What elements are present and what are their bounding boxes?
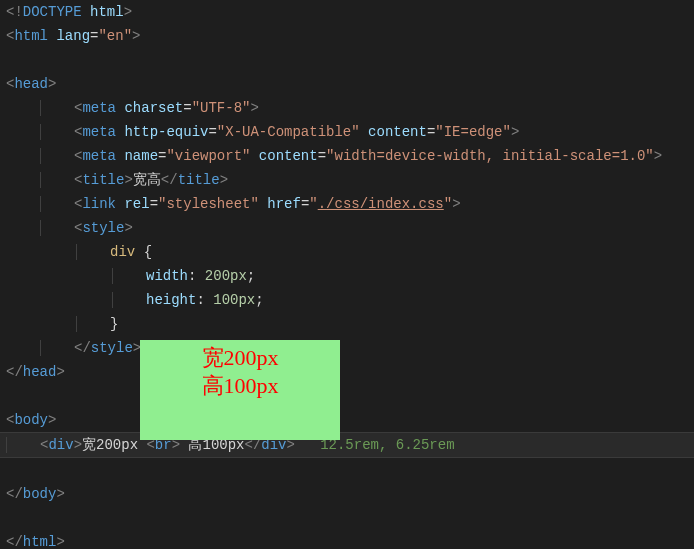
- overlay-line2: 高100px: [140, 372, 340, 400]
- attr-value: "stylesheet": [158, 196, 259, 212]
- attr: http-equiv: [124, 124, 208, 140]
- bracket: >: [511, 124, 519, 140]
- code-line[interactable]: width: 200px;: [6, 264, 694, 288]
- code-line[interactable]: </body>: [6, 482, 694, 506]
- doctype-arg: html: [82, 4, 124, 20]
- tag-style: style: [91, 340, 133, 356]
- attr-value: "UTF-8": [192, 100, 251, 116]
- attr-value: "en": [98, 28, 132, 44]
- eq: =: [318, 148, 326, 164]
- blank-line[interactable]: [6, 458, 694, 482]
- href-path[interactable]: ./css/index.css: [318, 196, 444, 212]
- css-unit: px: [230, 268, 247, 284]
- bracket: </: [6, 534, 23, 549]
- tag-link: link: [82, 196, 116, 212]
- attr: content: [259, 148, 318, 164]
- bracket: >: [56, 486, 64, 502]
- quote: ": [309, 196, 317, 212]
- tag-body: body: [23, 486, 57, 502]
- attr-value: "X-UA-Compatible": [217, 124, 360, 140]
- active-code-line[interactable]: <div>宽200px <br> 高100px</div> 12.5rem, 6…: [0, 432, 694, 458]
- preview-overlay-box: 宽200px 高100px: [140, 340, 340, 440]
- css-unit: px: [238, 292, 255, 308]
- code-editor[interactable]: <!DOCTYPE html> <html lang="en"> <head> …: [0, 0, 694, 549]
- tag-html: html: [14, 28, 48, 44]
- tag-meta: meta: [82, 124, 116, 140]
- code-line[interactable]: </html>: [6, 530, 694, 549]
- eq: =: [208, 124, 216, 140]
- eq: =: [150, 196, 158, 212]
- title-text: 宽高: [133, 172, 161, 188]
- bracket: </: [161, 172, 178, 188]
- css-num: 200: [205, 268, 230, 284]
- semi: ;: [247, 268, 255, 284]
- attr: href: [267, 196, 301, 212]
- tag-body: body: [14, 412, 48, 428]
- bracket: <!: [6, 4, 23, 20]
- quote: ": [444, 196, 452, 212]
- bracket: >: [452, 196, 460, 212]
- bracket: >: [250, 100, 258, 116]
- attr-value: "viewport": [166, 148, 250, 164]
- code-line[interactable]: <body>: [6, 408, 694, 432]
- overlay-line1: 宽200px: [140, 344, 340, 372]
- bracket: >: [48, 412, 56, 428]
- blank-line[interactable]: [6, 506, 694, 530]
- bracket: >: [124, 172, 132, 188]
- brace: }: [110, 316, 118, 332]
- attr: name: [124, 148, 158, 164]
- attr: charset: [124, 100, 183, 116]
- doctype-name: DOCTYPE: [23, 4, 82, 20]
- code-line[interactable]: </head>: [6, 360, 694, 384]
- tag-style: style: [82, 220, 124, 236]
- tag-meta: meta: [82, 100, 116, 116]
- tag-head: head: [14, 76, 48, 92]
- bracket: >: [220, 172, 228, 188]
- attr: content: [368, 124, 427, 140]
- code-line[interactable]: <style>: [6, 216, 694, 240]
- blank-line[interactable]: [6, 384, 694, 408]
- colon: :: [196, 292, 204, 308]
- code-line[interactable]: <!DOCTYPE html>: [6, 0, 694, 24]
- code-line[interactable]: <head>: [6, 72, 694, 96]
- code-line[interactable]: <html lang="en">: [6, 24, 694, 48]
- trailing-comment: 12.5rem, 6.25rem: [320, 437, 454, 453]
- bracket: >: [56, 534, 64, 549]
- attr-value: "IE=edge": [435, 124, 511, 140]
- code-line[interactable]: <link rel="stylesheet" href="./css/index…: [6, 192, 694, 216]
- attr-value: "width=device-width, initial-scale=1.0": [326, 148, 654, 164]
- tag-head: head: [23, 364, 57, 380]
- colon: :: [188, 268, 196, 284]
- tag-title: title: [178, 172, 220, 188]
- tag-html: html: [23, 534, 57, 549]
- css-prop: width: [146, 268, 188, 284]
- text-node: 宽200px: [82, 437, 146, 453]
- code-line[interactable]: <meta name="viewport" content="width=dev…: [6, 144, 694, 168]
- code-line[interactable]: height: 100px;: [6, 288, 694, 312]
- semi: ;: [255, 292, 263, 308]
- code-line[interactable]: <meta http-equiv="X-UA-Compatible" conte…: [6, 120, 694, 144]
- bracket: </: [6, 486, 23, 502]
- code-line[interactable]: <title>宽高</title>: [6, 168, 694, 192]
- code-line[interactable]: <meta charset="UTF-8">: [6, 96, 694, 120]
- code-line[interactable]: }: [6, 312, 694, 336]
- attr: rel: [124, 196, 149, 212]
- eq: =: [183, 100, 191, 116]
- css-selector: div: [110, 244, 135, 260]
- bracket: >: [654, 148, 662, 164]
- code-line[interactable]: </style>: [6, 336, 694, 360]
- bracket: >: [74, 437, 82, 453]
- bracket: >: [132, 28, 140, 44]
- bracket: </: [74, 340, 91, 356]
- attr: lang: [56, 28, 90, 44]
- code-line[interactable]: div {: [6, 240, 694, 264]
- bracket: >: [124, 220, 132, 236]
- bracket: >: [124, 4, 132, 20]
- bracket: >: [48, 76, 56, 92]
- brace: {: [144, 244, 152, 260]
- blank-line[interactable]: [6, 48, 694, 72]
- bracket: </: [6, 364, 23, 380]
- css-prop: height: [146, 292, 196, 308]
- tag-div: div: [48, 437, 73, 453]
- bracket: >: [56, 364, 64, 380]
